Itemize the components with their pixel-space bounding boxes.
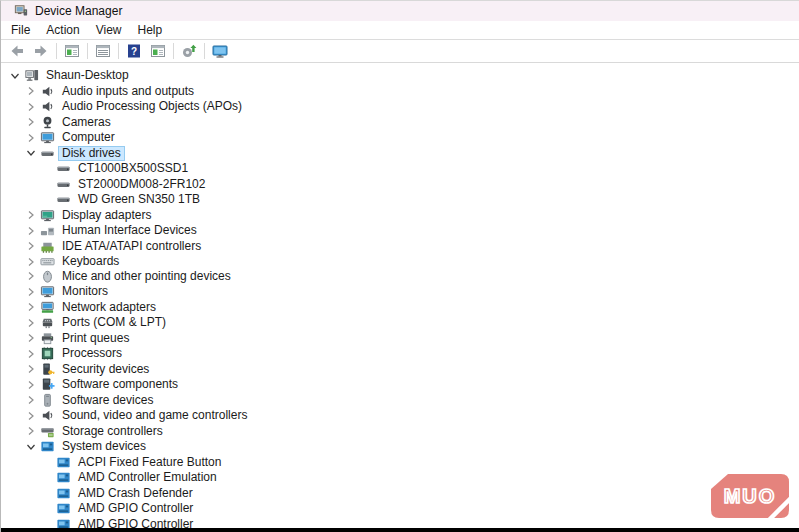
tree-item-label: ACPI Fixed Feature Button [74,455,225,470]
tree-item-print-queues[interactable]: Print queues [1,331,799,347]
svg-text:?: ? [131,46,137,57]
tree-item-label: System devices [58,439,150,454]
chevron-right-icon[interactable] [23,300,39,315]
tree-item-amd-crash-defender[interactable]: AMD Crash Defender [1,486,799,502]
tree-item-label: Audio inputs and outputs [58,84,198,99]
chevron-down-icon[interactable] [7,68,23,83]
tree-item-label: Mice and other pointing devices [58,269,235,284]
tree-item-network-adapters[interactable]: Network adapters [1,300,799,316]
tree-item-label: AMD Crash Defender [74,486,197,501]
monitor-icon [39,284,55,299]
tree-item-wd-green-sn350-1tb[interactable]: WD Green SN350 1TB [1,192,799,208]
tree-item-label: Display adapters [58,208,155,223]
mouse-icon [39,269,55,284]
menu-action[interactable]: Action [38,22,87,38]
chevron-right-icon[interactable] [23,393,39,408]
tree-item-cameras[interactable]: Cameras [1,115,799,131]
software-component-icon [39,377,55,392]
tree-item-human-interface-devices[interactable]: Human Interface Devices [1,223,799,239]
back-button[interactable] [5,41,29,61]
tree-item-st2000dm008-2fr102[interactable]: ST2000DM008-2FR102 [1,177,799,193]
tree-item-acpi-fixed-feature-button[interactable]: ACPI Fixed Feature Button [1,455,799,471]
chevron-right-icon[interactable] [23,254,39,268]
tree-item-shaun-desktop[interactable]: Shaun-Desktop [1,68,799,84]
system-device-icon [39,439,55,454]
tree-item-keyboards[interactable]: Keyboards [1,254,799,269]
device-manager-icon [14,4,28,18]
security-device-icon [39,362,55,377]
tree-item-label: AMD Controller Emulation [74,470,221,485]
chevron-right-icon[interactable] [23,115,39,130]
forward-button[interactable] [29,41,53,61]
show-console-tree-button[interactable] [60,41,84,61]
tree-item-computer[interactable]: Computer [1,130,799,146]
tree-item-audio-inputs-and-outputs[interactable]: Audio inputs and outputs [1,84,799,100]
menu-help[interactable]: Help [130,22,171,38]
properties-button[interactable] [91,41,115,61]
tree-item-label: Disk drives [58,146,125,161]
tree-item-display-adapters[interactable]: Display adapters [1,208,799,224]
chevron-right-icon[interactable] [23,84,39,99]
tree-item-software-devices[interactable]: Software devices [1,393,799,409]
chevron-right-icon[interactable] [23,408,39,423]
tree-item-mice-and-other-pointing-devices[interactable]: Mice and other pointing devices [1,269,799,285]
action-pane-button[interactable] [146,41,170,61]
chevron-right-icon[interactable] [23,130,39,145]
tree-item-system-devices[interactable]: System devices [1,439,799,455]
desktop-pc-icon [23,68,39,83]
chevron-right-icon[interactable] [23,424,39,439]
chevron-right-icon[interactable] [23,208,39,223]
chevron-spacer [39,192,55,207]
chevron-down-icon[interactable] [23,439,39,454]
tree-item-sound-video-and-game-controllers[interactable]: Sound, video and game controllers [1,408,799,424]
tree-item-storage-controllers[interactable]: Storage controllers [1,424,799,440]
device-manager-window: Device Manager FileActionViewHelp ? Shau… [0,0,799,532]
tree-item-ct1000bx500ssd1[interactable]: CT1000BX500SSD1 [1,161,799,177]
scan-hardware-changes-button[interactable] [177,41,201,61]
tree-item-software-components[interactable]: Software components [1,377,799,393]
help-button[interactable]: ? [122,41,146,61]
chevron-right-icon[interactable] [23,269,39,284]
tree-item-ide-ata-atapi-controllers[interactable]: IDE ATA/ATAPI controllers [1,239,799,255]
monitor-icon [39,130,55,145]
chevron-right-icon[interactable] [23,223,39,238]
chevron-down-icon[interactable] [23,146,39,161]
tree-item-disk-drives[interactable]: Disk drives [1,146,799,162]
tree-item-label: Human Interface Devices [58,223,201,238]
chevron-right-icon[interactable] [23,346,39,361]
tree-item-label: Audio Processing Objects (APOs) [58,99,246,114]
menu-view[interactable]: View [88,22,130,38]
computer-button[interactable] [208,41,232,61]
tree-item-label: Shaun-Desktop [42,68,133,83]
chevron-right-icon[interactable] [23,99,39,114]
serial-port-icon [39,315,55,330]
chevron-right-icon[interactable] [23,377,39,392]
menu-file[interactable]: File [3,22,38,38]
muo-watermark-logo: MUO [705,470,795,528]
menubar: FileActionViewHelp [1,21,799,40]
tree-item-security-devices[interactable]: Security devices [1,362,799,378]
chevron-right-icon[interactable] [23,284,39,299]
speaker-icon [39,84,55,99]
chevron-right-icon[interactable] [23,315,39,330]
system-device-icon [55,470,71,485]
chevron-right-icon[interactable] [23,239,39,254]
tree-item-processors[interactable]: Processors [1,346,799,362]
tree-item-label: Software components [58,377,182,392]
disk-icon [55,161,71,176]
tree-item-amd-gpio-controller[interactable]: AMD GPIO Controller [1,501,799,517]
chevron-right-icon[interactable] [23,331,39,346]
speaker-icon [39,99,55,114]
software-device-icon [39,393,55,408]
tree-item-audio-processing-objects-apos[interactable]: Audio Processing Objects (APOs) [1,99,799,115]
tree-item-amd-controller-emulation[interactable]: AMD Controller Emulation [1,470,799,486]
window-title: Device Manager [35,4,122,18]
tree-item-monitors[interactable]: Monitors [1,284,799,300]
system-device-icon [55,486,71,501]
chevron-spacer [39,455,55,470]
svg-text:MUO: MUO [724,485,777,507]
printer-icon [39,331,55,346]
tree-item-ports-com-lpt[interactable]: Ports (COM & LPT) [1,315,799,331]
chevron-right-icon[interactable] [23,362,39,377]
chevron-spacer [39,177,55,192]
